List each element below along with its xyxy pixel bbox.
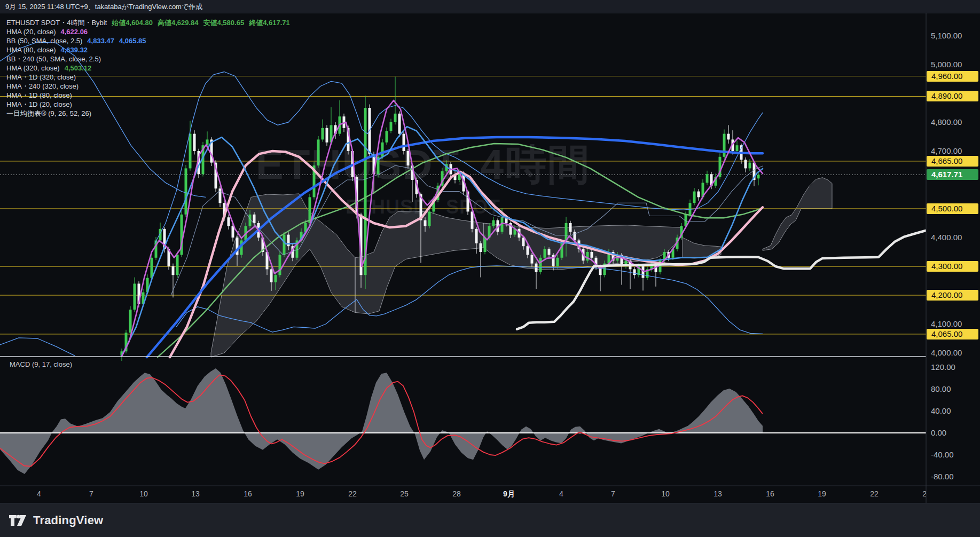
price-tick-5100: 5,100.00 [926,30,980,41]
time-tick-10: 10 [139,489,148,498]
legend-row-9[interactable]: HMA・1D (20, close) [6,100,72,109]
time-tick-13: 13 [714,489,722,498]
tradingview-logo-text: TradingView [33,514,103,527]
candle-body [228,217,230,226]
legend-row-6[interactable]: HMA・1D (320, close) [6,73,76,82]
macd-area [0,368,763,474]
candle-body [193,134,196,151]
candle-body [386,131,388,143]
legend-row-label: ETHUSDT SPOT・4時間・Bybit [6,19,107,27]
candle-body [633,269,636,275]
snapshot-attribution-text: 9月 15, 2025 11:48 UTC+9、takatabaがTrading… [5,3,202,11]
candle-body [693,192,696,203]
chart-canvas[interactable] [0,13,980,503]
time-tick-19: 19 [818,489,826,498]
candle-body [407,151,410,165]
time-axis[interactable]: 47101316192225289月47101316192225 [0,486,926,503]
legend-row-label: BB・240 (50, SMA, close, 2.5) [6,55,101,63]
legend-row-label: HMA (320, close) [6,64,60,72]
candle-body [424,220,427,226]
time-tick-13: 13 [191,489,200,498]
ichimoku-cloud-kumo-a [211,194,355,357]
legend-row-1[interactable]: HMA (20, close)4,622.06 [6,27,88,36]
macd-indicator-label[interactable]: MACD (9, 17, close) [10,360,72,368]
candle-body [403,134,405,151]
price-level-label-4960: 4,960.00 [927,71,978,82]
candle-body [544,249,546,258]
price-level-label-4890: 4,890.00 [927,91,978,101]
candle-body [283,235,286,255]
candle-body [394,114,397,122]
price-level-label-4665: 4,665.00 [927,156,978,167]
legend-row-value: 4,503.12 [65,64,92,72]
macd-tick-120: 120.00 [926,362,980,373]
candle-body [471,211,474,228]
candle-body [279,255,281,275]
macd-tick-0: 0.00 [926,428,980,438]
legend-row-label: BB (50, SMA, close, 2.5) [6,37,82,45]
candle-body [129,310,132,333]
price-tick-4100: 4,100.00 [926,319,980,329]
time-tick-7: 7 [611,489,615,498]
candle-body [492,220,495,226]
time-tick-4: 4 [559,489,563,498]
candle-body [556,258,559,266]
tradingview-logo-icon [9,512,28,528]
candle-body [172,266,175,275]
time-tick-25: 25 [400,489,409,498]
legend-row-label: 一目均衡表® (9, 26, 52, 26) [6,109,91,117]
ichimoku-cloud-kumo-b [355,211,483,314]
price-level-label-4200: 4,200.00 [927,290,978,301]
bb240-lower-fragment [0,338,75,356]
chart-area[interactable]: ETHUSDT, 4時間 ETHUSDT SPOT ETHUSDT SPOT・4… [0,13,980,503]
legend-row-value: 終値4,617.71 [249,19,290,27]
candle-body [219,188,222,203]
legend-row-10[interactable]: 一目均衡表® (9, 26, 52, 26) [6,109,91,118]
price-level-label-4065: 4,065.00 [927,329,978,339]
candle-body [757,175,760,178]
current-price-label: 4,617.71 [927,169,978,180]
legend-row-3[interactable]: HMA (80, close)4,639.32 [6,45,88,54]
candle-body [539,258,542,272]
candle-body [586,252,589,260]
candle-body [736,145,739,151]
legend-row-7[interactable]: HMA・240 (320, close) [6,82,79,91]
time-tick-7: 7 [89,489,93,498]
time-tick-25: 25 [922,489,926,498]
macd-tick--80: -80.00 [926,471,980,482]
candle-body [398,114,401,134]
price-tick-4400: 4,400.00 [926,232,980,243]
legend-row-5[interactable]: HMA (320, close)4,503.12 [6,64,91,73]
legend-row-value: 4,622.06 [60,28,88,36]
candle-body [569,223,572,232]
legend-row-0[interactable]: ETHUSDT SPOT・4時間・Bybit始値4,604.80高値4,629.… [6,18,290,27]
candle-body [232,226,234,238]
legend-row-8[interactable]: HMA・1D (80, close) [6,91,72,100]
time-tick-28: 28 [452,489,461,498]
candle-body [253,215,256,223]
time-tick-9月: 9月 [503,489,515,499]
footer-bar: TradingView [0,503,980,537]
price-tick-4700: 4,700.00 [926,146,980,156]
candle-body [151,258,153,278]
price-level-label-4500: 4,500.00 [927,203,978,214]
tradingview-logo[interactable]: TradingView [9,512,103,528]
candle-body [322,128,324,140]
price-level-label-4300: 4,300.00 [927,261,978,272]
legend-row-value: 4,639.32 [60,46,88,54]
time-tick-16: 16 [244,489,252,498]
macd-tick--40: -40.00 [926,449,980,460]
legend-row-2[interactable]: BB (50, SMA, close, 2.5)4,833.474,065.85 [6,36,146,45]
time-tick-22: 22 [348,489,357,498]
legend-row-4[interactable]: BB・240 (50, SMA, close, 2.5) [6,54,101,64]
candle-body [531,255,534,263]
price-tick-4000: 4,000.00 [926,348,980,358]
candle-body [697,192,700,198]
candle-body [390,122,393,131]
price-axis[interactable]: 5,100.005,000.004,800.004,700.004,400.00… [926,13,980,503]
candle-body [480,243,482,252]
legend-row-label: HMA・1D (320, close) [6,73,76,81]
legend-row-value: 始値4,604.80 [112,19,153,27]
candle-body [189,134,192,169]
candle-body [176,255,179,275]
